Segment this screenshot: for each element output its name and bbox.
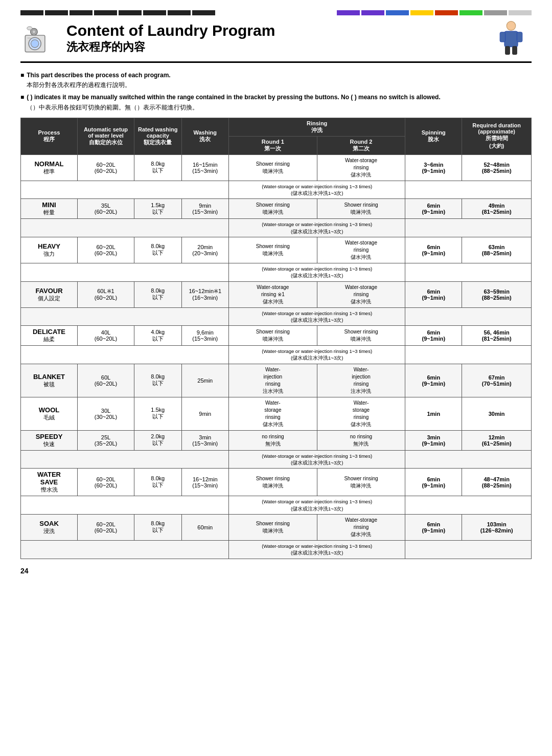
cell-spinning: 6min(9~1min) [405, 326, 462, 346]
top-bar-right [337, 10, 532, 15]
cell-duration: 30min [462, 397, 532, 430]
subnote-blank2 [405, 540, 532, 559]
cell-washing: 16~12min(15~3min) [181, 469, 229, 496]
cell-round2: Water-storagerinsing儲水沖洗 [317, 281, 405, 307]
cell-process: SPEEDY快速 [21, 430, 78, 450]
cell-washing: 16~15min(15~3min) [181, 154, 229, 181]
washing-machine-icon: ○○ [20, 23, 56, 54]
cell-auto: 25L(35~20L) [78, 430, 134, 450]
bar-seg-lightgray [509, 10, 532, 15]
svg-point-1 [32, 30, 36, 34]
cell-auto: 60L※1(60~20L) [78, 281, 134, 307]
table-row: MINI輕量35L(60~20L)1.5kg以下9min(15~3min)Sho… [21, 199, 532, 219]
subnote-text: (Water-storage or water-injection rinsin… [229, 307, 405, 326]
bar-seg-purple2 [361, 10, 384, 15]
subnote-blank [21, 181, 229, 199]
cell-round2: Water-storagerinsing儲水沖洗 [317, 397, 405, 430]
cell-process: NORMAL標準 [21, 154, 78, 181]
cell-duration: 48~47min(88~25min) [462, 469, 532, 496]
cell-duration: 52~48min(88~25min) [462, 154, 532, 181]
cell-duration: 56, 46min(81~25min) [462, 326, 532, 346]
cell-round1: Water-storagerinsing儲水沖洗 [229, 397, 317, 430]
cell-round2: no rinsing無沖洗 [317, 430, 405, 450]
subnote-blank [21, 219, 229, 237]
cell-washing: 9min(15~3min) [181, 199, 229, 219]
bar-seg-red [435, 10, 458, 15]
note-bullet-1: ■ [20, 71, 24, 90]
cell-process: FAVOUR個人設定 [21, 281, 78, 307]
cell-process: DELICATE絲柔 [21, 326, 78, 346]
subnote-text: (Water-storage or water-injection rinsin… [229, 181, 405, 199]
table-subnote-row: (Water-storage or water-injection rinsin… [21, 219, 532, 237]
cell-washing: 60min [181, 514, 229, 540]
table-subnote-row: (Water-storage or water-injection rinsin… [21, 263, 532, 281]
cell-spinning: 6min(9~1min) [405, 281, 462, 307]
cell-process: SOAK浸洗 [21, 514, 78, 540]
header-process: Process程序 [21, 118, 78, 154]
cell-rated: 8.0kg以下 [134, 514, 182, 540]
notes-section: ■ This part describes the process of eac… [20, 71, 532, 113]
cell-rated: 8.0kg以下 [134, 364, 182, 397]
svg-rect-11 [505, 47, 510, 55]
table-row: HEAVY強力60~20L(60~20L)8.0kg以下20min(20~3mi… [21, 237, 532, 263]
header-washing: Washing洗衣 [181, 118, 229, 154]
cell-round2: Shower rinsing噴淋沖洗 [317, 199, 405, 219]
cell-process: MINI輕量 [21, 199, 78, 219]
subnote-blank [21, 346, 229, 364]
cell-round1: Shower rinsing噴淋沖洗 [229, 237, 317, 263]
cell-round2: Water-storagerinsing儲水沖洗 [317, 237, 405, 263]
header-auto: Automatic setupof water level自動定的水位 [78, 118, 134, 154]
cell-duration: 63min(88~25min) [462, 237, 532, 263]
cell-duration: 103min(126~82min) [462, 514, 532, 540]
table-subnote-row: (Water-storage or water-injection rinsin… [21, 346, 532, 364]
subnote-text: (Water-storage or water-injection rinsin… [229, 450, 405, 469]
subnote-text: (Water-storage or water-injection rinsin… [229, 346, 405, 364]
page-subtitle: 洗衣程序的內容 [66, 39, 275, 55]
cell-spinning: 1min [405, 397, 462, 430]
cell-auto: 60~20L(60~20L) [78, 237, 134, 263]
subnote-blank [21, 496, 229, 515]
table-row: FAVOUR個人設定60L※1(60~20L)8.0kg以下16~12min※1… [21, 281, 532, 307]
cell-round1: Shower rinsing噴淋沖洗 [229, 326, 317, 346]
note-1-text: This part describes the process of each … [27, 71, 170, 90]
top-bars [20, 10, 532, 15]
subnote-text: (Water-storage or water-injection rinsin… [229, 540, 405, 559]
page-title: Content of Laundry Program [66, 22, 275, 39]
bar-seg [70, 10, 93, 15]
table-row: SOAK浸洗60~20L(60~20L)8.0kg以下60minShower r… [21, 514, 532, 540]
subnote-blank [21, 307, 229, 326]
subnote-blank [21, 450, 229, 469]
cell-auto: 60~20L(60~20L) [78, 154, 134, 181]
bar-seg-green [459, 10, 482, 15]
cell-spinning: 3~6min(9~1min) [405, 154, 462, 181]
table-row: BLANKET被毯60L(60~20L)8.0kg以下25minWater-in… [21, 364, 532, 397]
subnote-blank2 [405, 263, 532, 281]
table-subnote-row: (Water-storage or water-injection rinsin… [21, 450, 532, 469]
table-row: WATERSAVE慳水洗60~20L(60~20L)8.0kg以下16~12mi… [21, 469, 532, 496]
bar-seg [168, 10, 191, 15]
bar-seg [20, 10, 43, 15]
header-rated: Rated washingcapacity額定洗衣量 [134, 118, 182, 154]
cell-rated: 8.0kg以下 [134, 281, 182, 307]
cell-spinning: 6min(9~1min) [405, 237, 462, 263]
table-subnote-row: (Water-storage or water-injection rinsin… [21, 496, 532, 515]
cell-auto: 60~20L(60~20L) [78, 469, 134, 496]
cell-washing: 3min(15~3min) [181, 430, 229, 450]
person-icon [496, 20, 532, 56]
laundry-program-table: Process程序 Automatic setupof water level自… [20, 118, 532, 559]
subnote-text: (Water-storage or water-injection rinsin… [229, 263, 405, 281]
table-subnote-row: (Water-storage or water-injection rinsin… [21, 540, 532, 559]
bar-seg [94, 10, 117, 15]
bar-seg [119, 10, 142, 15]
note-2-text: ( ) indicates it may be manually switche… [27, 93, 440, 112]
note-bullet-2: ■ [20, 93, 24, 112]
cell-round1: Water-injectionrinsing注水沖洗 [229, 364, 317, 397]
bar-seg [45, 10, 68, 15]
cell-auto: 35L(60~20L) [78, 199, 134, 219]
table-row: SPEEDY快速25L(35~20L)2.0kg以下3min(15~3min)n… [21, 430, 532, 450]
cell-rated: 2.0kg以下 [134, 430, 182, 450]
header-spinning: Spinning脫水 [405, 118, 462, 154]
cell-round1: Water-storagerinsing ※1儲水沖洗 [229, 281, 317, 307]
cell-round1: Shower rinsing噴淋沖洗 [229, 154, 317, 181]
cell-spinning: 3min(9~1min) [405, 430, 462, 450]
